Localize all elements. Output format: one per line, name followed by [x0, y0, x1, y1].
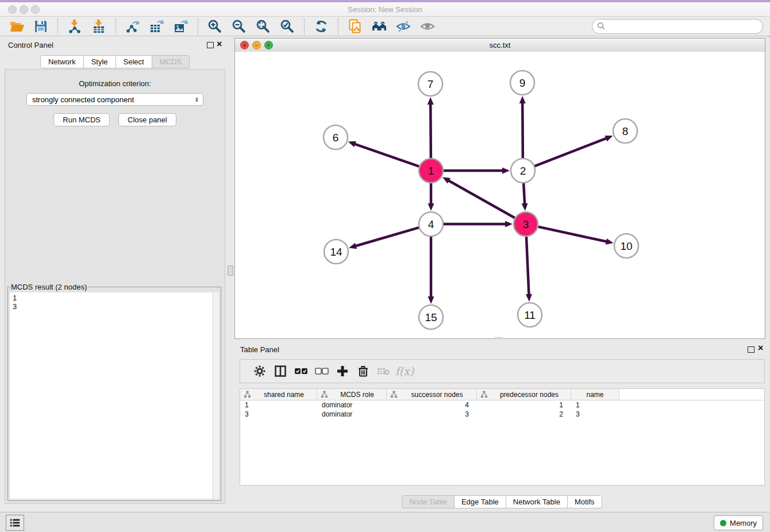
gear-icon[interactable]: [249, 363, 270, 380]
select-all-icon[interactable]: [291, 363, 311, 380]
mcds-result-group: MCDS result (2 nodes) 1 3: [7, 283, 221, 501]
import-table-icon[interactable]: [90, 18, 107, 35]
memory-button[interactable]: Memory: [714, 515, 763, 530]
close-panel-button[interactable]: Close panel: [118, 113, 176, 126]
panel-splitter-handle[interactable]: [228, 265, 233, 276]
network-window-title: scc.txt: [235, 41, 765, 49]
toolbar-separator: [304, 18, 305, 34]
network-canvas[interactable]: 7968124314101511: [235, 52, 765, 338]
run-mcds-button[interactable]: Run MCDS: [53, 113, 110, 126]
columns-icon[interactable]: [270, 363, 291, 380]
graph-node-label: 2: [520, 165, 526, 177]
node-table[interactable]: shared name MCDS role successor nodes pr…: [240, 388, 765, 485]
status-bar: Memory: [0, 512, 770, 532]
toolbar-separator: [57, 18, 58, 34]
criterion-dropdown[interactable]: strongly connected component ▲▼: [26, 93, 203, 106]
add-icon[interactable]: [332, 363, 353, 380]
column-header-successor-nodes[interactable]: successor nodes: [387, 389, 477, 400]
criterion-value: strongly connected component: [32, 95, 195, 104]
table-row[interactable]: 1dominator411: [240, 400, 764, 410]
memory-status-icon: [720, 520, 726, 526]
mcds-result-scrollbar[interactable]: [212, 292, 219, 499]
deselect-all-icon[interactable]: [311, 363, 332, 380]
zoom-in-icon[interactable]: [206, 18, 224, 35]
tab-edge-table[interactable]: Edge Table: [454, 495, 506, 508]
table-cell: 1: [240, 400, 317, 410]
attribute-icon: [321, 391, 328, 398]
task-history-button[interactable]: [6, 515, 24, 531]
graph-node-label: 14: [330, 246, 342, 258]
table-cell: 2: [477, 410, 571, 419]
import-network-icon[interactable]: [66, 18, 83, 35]
table-cell: 4: [387, 400, 477, 410]
search-input[interactable]: [606, 21, 763, 31]
clone-network-icon[interactable]: [346, 18, 364, 35]
column-header-predecessor-nodes[interactable]: predecessor nodes: [477, 389, 571, 400]
save-icon[interactable]: [32, 18, 49, 35]
attribute-icon: [244, 391, 251, 398]
attribute-icon: [480, 391, 488, 398]
hide-icon[interactable]: [395, 18, 412, 35]
zoom-selected-icon[interactable]: [279, 18, 296, 35]
trash-icon[interactable]: [353, 363, 374, 380]
graph-node-label: 4: [428, 218, 434, 230]
column-header-name[interactable]: name: [571, 389, 619, 400]
table-cell: 3: [571, 410, 619, 419]
network-window-titlebar[interactable]: × − + scc.txt: [235, 38, 765, 52]
table-cell: 1: [477, 400, 571, 410]
graph-node-label: 15: [425, 311, 437, 323]
network-window-grip[interactable]: [495, 337, 503, 339]
open-folder-icon[interactable]: [8, 18, 25, 35]
tab-network-table[interactable]: Network Table: [506, 495, 568, 508]
mcds-result-text[interactable]: 1 3: [10, 292, 219, 499]
control-panel-tabs: Network Style Select MCDS: [0, 55, 230, 68]
tab-mcds[interactable]: MCDS: [152, 55, 190, 68]
table-panel-title: Table Panel: [240, 345, 279, 354]
column-header-mcds-role[interactable]: MCDS role: [317, 389, 387, 400]
tab-style[interactable]: Style: [83, 55, 116, 68]
table-cell: 1: [571, 400, 619, 410]
float-panel-icon[interactable]: [207, 42, 214, 48]
export-image-icon[interactable]: [172, 18, 190, 35]
graph-node-label: 8: [622, 125, 629, 137]
list-icon: [9, 518, 21, 528]
optimization-criterion-label: Optimization criterion:: [5, 79, 225, 88]
memory-label: Memory: [730, 519, 757, 527]
export-network-icon[interactable]: [124, 18, 141, 35]
close-panel-icon[interactable]: ×: [217, 39, 222, 49]
graph-node-label: 7: [428, 78, 434, 90]
refresh-icon[interactable]: [313, 18, 330, 35]
table-header: shared name MCDS role successor nodes pr…: [240, 389, 764, 400]
table-cell: 3: [240, 410, 317, 419]
control-panel-title: Control Panel: [8, 41, 53, 49]
first-neighbors-icon[interactable]: [371, 18, 388, 35]
table-cell: dominator: [317, 400, 387, 410]
column-header-shared-name[interactable]: shared name: [240, 389, 317, 400]
tab-motifs[interactable]: Motifs: [567, 495, 602, 508]
table-row[interactable]: 3dominator323: [240, 410, 764, 419]
table-close-icon[interactable]: ×: [758, 343, 763, 353]
window-title: Session: New Session: [0, 5, 770, 14]
attribute-icon: [390, 391, 398, 398]
zoom-fit-icon[interactable]: [255, 18, 272, 35]
tab-network[interactable]: Network: [40, 55, 84, 68]
zoom-out-icon[interactable]: [230, 18, 248, 35]
search-field[interactable]: [592, 19, 763, 34]
application-window: Session: New Session: [0, 0, 770, 532]
table-rows: 1dominator4113dominator323: [240, 400, 764, 419]
table-float-icon[interactable]: [748, 346, 754, 353]
graph-node-label: 11: [524, 309, 536, 321]
graph-node-label: 9: [519, 77, 526, 89]
table-cell: dominator: [317, 410, 387, 419]
network-graph[interactable]: 7968124314101511: [235, 52, 765, 338]
graph-node-label: 1: [428, 165, 434, 177]
toolbar-separator: [198, 18, 198, 34]
tab-node-table[interactable]: Node Table: [402, 495, 455, 508]
tab-select[interactable]: Select: [116, 55, 152, 68]
mcds-panel: Optimization criterion: strongly connect…: [5, 69, 225, 504]
delete-table-icon: [374, 363, 394, 380]
export-table-icon[interactable]: [148, 18, 165, 35]
show-icon[interactable]: [419, 18, 436, 35]
search-icon: [597, 22, 606, 30]
table-tabs: Node Table Edge Table Network Table Moti…: [234, 495, 770, 508]
